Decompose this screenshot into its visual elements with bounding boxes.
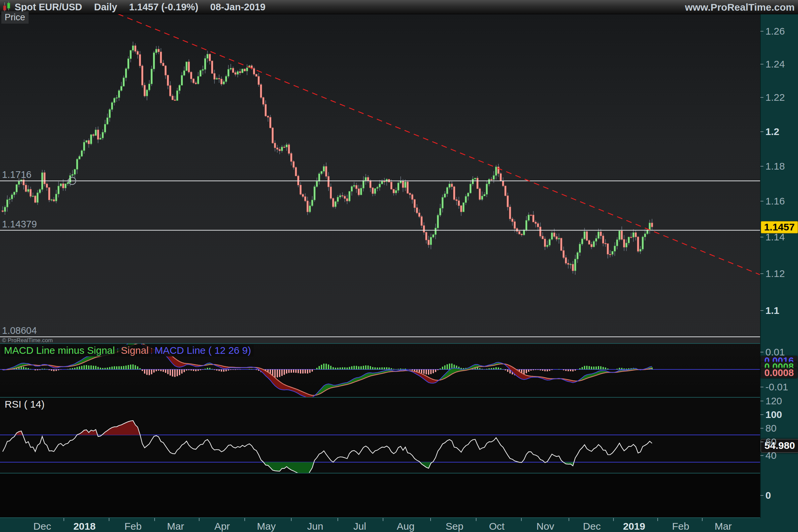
time-axis-tick	[383, 518, 383, 521]
time-axis-tick	[521, 518, 522, 521]
instrument-title[interactable]: Spot EUR/USD	[15, 2, 82, 13]
copyright-watermark: © ProRealTime.com	[2, 337, 53, 344]
bottom-axis-tick: 0	[765, 491, 771, 500]
time-axis-label[interactable]: Nov	[536, 521, 554, 531]
macd-legend-signal[interactable]: Signal	[118, 344, 151, 357]
price-axis-tick: 1.18	[765, 161, 785, 171]
rsi-axis-tick-tick	[760, 414, 763, 415]
price-axis-tick: 1.24	[765, 59, 785, 69]
price-axis-tick-tick	[760, 31, 763, 32]
price-axis-tick-tick	[760, 166, 763, 167]
time-axis-label[interactable]: Jun	[307, 521, 323, 531]
time-axis-label[interactable]: Sep	[445, 521, 463, 531]
price-axis-tick: 1.26	[765, 26, 785, 36]
rsi-axis-tick: 120	[765, 396, 782, 406]
price-axis-tick-tick	[760, 97, 763, 98]
price-axis-tick-tick	[760, 131, 763, 132]
time-axis-tick	[657, 518, 658, 521]
price-axis-tick: 1.1	[765, 306, 779, 316]
macd-axis-tick: -0.01	[765, 382, 788, 392]
time-axis-label[interactable]: 2019	[623, 521, 645, 531]
last-date: 08-Jan-2019	[210, 2, 265, 13]
macd-axis-tick-tick	[760, 352, 763, 353]
timeframe-label[interactable]: Daily	[94, 2, 117, 13]
time-axis-label[interactable]: Mar	[167, 521, 184, 531]
macd-legend: MACD Line minus Signal Signal MACD Line …	[1, 344, 254, 357]
time-axis-tick	[63, 518, 64, 521]
price-axis-tick-tick	[760, 310, 763, 311]
level-price-label: 1.14379	[2, 220, 37, 229]
bottom-axis-tick-tick	[760, 495, 763, 496]
price-axis-tick: 1.14	[765, 232, 785, 242]
macd-axis-tick-tick	[760, 387, 763, 387]
price-axis-tick-tick	[760, 201, 763, 202]
time-axis-label[interactable]: Dec	[583, 521, 601, 531]
rsi-axis-tick: 40	[765, 451, 776, 460]
time-axis-label[interactable]: Oct	[489, 521, 505, 531]
rsi-axis-tick: 60	[765, 437, 776, 447]
time-axis-label[interactable]: Apr	[214, 521, 230, 531]
price-axis-tick-tick	[760, 273, 763, 274]
time-axis-tick	[613, 518, 614, 521]
rsi-axis-tick-tick	[760, 441, 763, 442]
time-axis-tick	[244, 518, 245, 521]
price-axis-tick-tick	[760, 64, 763, 64]
price-axis-tick: 1.12	[765, 269, 785, 279]
time-axis-tick	[154, 518, 155, 521]
time-axis-label[interactable]: 2018	[74, 521, 96, 531]
level-price-label: 1.08604	[2, 326, 37, 336]
time-axis-label[interactable]: Jul	[354, 521, 366, 531]
time-axis-label[interactable]: May	[257, 521, 276, 531]
time-axis-tick	[338, 518, 338, 521]
title-bar: Spot EUR/USD Daily 1.1457 (-0.19%) 08-Ja…	[0, 0, 798, 14]
time-axis-label[interactable]: Feb	[672, 521, 689, 531]
time-axis-tick	[199, 518, 200, 521]
time-axis-tick	[476, 518, 476, 521]
chart-canvas[interactable]	[0, 0, 798, 532]
time-axis-tick	[109, 518, 109, 521]
time-axis-label[interactable]: Mar	[715, 521, 732, 531]
level-price-label: 1.1716	[2, 170, 32, 179]
macd-axis-tick: 0.01	[765, 347, 785, 357]
price-axis-tick: 1.22	[765, 92, 785, 102]
time-axis-tick	[702, 518, 703, 521]
macd-legend-hist[interactable]: MACD Line minus Signal	[1, 344, 117, 357]
rsi-legend[interactable]: RSI ( 14)	[1, 398, 48, 410]
macd-signal-value-tag: 0.0008	[761, 368, 797, 378]
price-axis-tick: 1.2	[765, 127, 779, 137]
time-axis-tick	[430, 518, 431, 521]
price-axis-tick-tick	[760, 237, 763, 238]
time-axis-tick	[291, 518, 291, 521]
time-axis-label[interactable]: Dec	[33, 521, 51, 531]
macd-legend-line[interactable]: MACD Line ( 12 26 9)	[152, 344, 254, 357]
candlestick-icon	[2, 2, 11, 12]
rsi-axis-tick: 80	[765, 423, 776, 433]
price-axis-tick: 1.16	[765, 196, 785, 206]
rsi-axis-tick-tick	[760, 455, 763, 456]
prorealtime-chart-window: Spot EUR/USD Daily 1.1457 (-0.19%) 08-Ja…	[0, 0, 798, 532]
website-link[interactable]: www.ProRealTime.com	[685, 2, 795, 13]
rsi-axis-tick-tick	[760, 428, 763, 429]
rsi-axis-tick-tick	[760, 401, 763, 401]
time-axis-tick	[569, 518, 569, 521]
time-axis-label[interactable]: Feb	[125, 521, 141, 531]
price-panel-label[interactable]: Price	[1, 11, 28, 24]
time-axis-label[interactable]: Aug	[397, 521, 414, 531]
rsi-axis-tick: 100	[765, 410, 782, 420]
last-quote: 1.1457 (-0.19%)	[129, 2, 198, 13]
